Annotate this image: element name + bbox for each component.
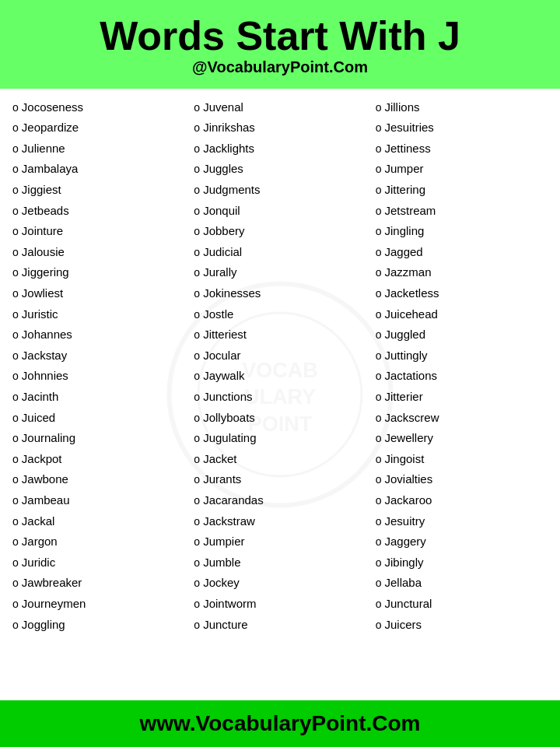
- list-item: oJaywalk: [194, 366, 366, 387]
- word-text: Jointure: [22, 223, 63, 239]
- list-item: oJuiced: [12, 407, 184, 428]
- list-item: oJuicers: [376, 614, 548, 635]
- list-item: oJackscrew: [376, 407, 548, 428]
- list-item: oJewellery: [376, 428, 548, 449]
- list-item: oJudicial: [194, 241, 366, 262]
- list-item: oJurants: [194, 469, 366, 490]
- bullet-icon: o: [376, 411, 382, 426]
- bullet-icon: o: [194, 307, 200, 323]
- word-text: Johannes: [22, 326, 72, 342]
- list-item: oJudgments: [194, 180, 366, 201]
- word-text: Jacinth: [22, 388, 59, 405]
- word-text: Junctions: [203, 388, 252, 405]
- list-item: oJactations: [376, 366, 548, 387]
- word-text: Jumpier: [203, 533, 244, 549]
- list-item: oJocoseness: [12, 96, 184, 117]
- bullet-icon: o: [194, 349, 200, 364]
- bullet-icon: o: [12, 349, 19, 364]
- bullet-icon: o: [12, 535, 19, 550]
- bullet-icon: o: [12, 597, 19, 612]
- word-text: Jackpot: [22, 451, 62, 467]
- bullet-icon: o: [194, 142, 200, 157]
- list-item: oJonquil: [194, 200, 366, 221]
- word-text: Jeopardize: [22, 119, 79, 135]
- list-item: oJagged: [376, 241, 548, 262]
- list-item: oJowliest: [12, 283, 184, 304]
- word-text: Jackaroo: [384, 492, 432, 508]
- word-text: Jacklights: [203, 140, 254, 156]
- list-item: oJumper: [376, 159, 548, 180]
- list-item: oJinrikshas: [194, 117, 366, 139]
- list-item: oJostle: [194, 303, 366, 324]
- list-item: oJumble: [194, 552, 366, 573]
- word-text: Jillions: [384, 99, 419, 115]
- list-item: oJesuitries: [376, 117, 548, 139]
- word-text: Judicial: [203, 244, 242, 260]
- footer-text: www.VocabularyPoint.Com: [16, 711, 544, 736]
- list-item: oJeopardize: [12, 117, 184, 139]
- word-text: Joggling: [22, 616, 65, 633]
- bullet-icon: o: [376, 265, 382, 281]
- word-text: Journaling: [22, 430, 75, 446]
- list-item: oJulienne: [12, 138, 184, 159]
- bullet-icon: o: [12, 514, 19, 530]
- list-item: oJalousie: [12, 241, 184, 262]
- list-item: oJibingly: [376, 552, 548, 573]
- bullet-icon: o: [12, 121, 19, 136]
- bullet-icon: o: [376, 514, 382, 530]
- word-text: Jettiness: [384, 140, 430, 156]
- word-text: Jackstay: [22, 347, 67, 363]
- bullet-icon: o: [12, 100, 19, 116]
- bullet-icon: o: [376, 245, 382, 261]
- list-item: oJackstay: [12, 345, 184, 366]
- list-item: oJacarandas: [194, 489, 366, 510]
- list-item: oJettiness: [376, 138, 548, 159]
- word-text: Jocoseness: [22, 99, 83, 115]
- list-item: oJournaling: [12, 428, 184, 449]
- list-item: oJuncture: [194, 614, 366, 635]
- list-item: oJumpier: [194, 531, 366, 552]
- bullet-icon: o: [12, 452, 19, 468]
- list-item: oJovialties: [376, 469, 548, 490]
- word-text: Jackstraw: [203, 513, 255, 529]
- bullet-icon: o: [194, 493, 200, 509]
- word-text: Juggled: [384, 326, 425, 342]
- column-1: oJocosenessoJeopardizeoJulienneoJambalay…: [8, 96, 189, 634]
- list-item: oJointworm: [194, 593, 366, 614]
- bullet-icon: o: [376, 162, 382, 177]
- bullet-icon: o: [376, 328, 382, 343]
- list-item: oJocular: [194, 345, 366, 366]
- word-text: Jockey: [203, 574, 240, 591]
- bullet-icon: o: [194, 183, 200, 198]
- bullet-icon: o: [12, 411, 19, 426]
- bullet-icon: o: [12, 556, 19, 571]
- word-text: Jittering: [384, 181, 425, 198]
- bullet-icon: o: [194, 472, 200, 488]
- bullet-icon: o: [12, 224, 19, 240]
- list-item: oJesuitry: [376, 510, 548, 531]
- word-text: Jiggering: [22, 264, 69, 280]
- word-text: Jargon: [22, 533, 58, 549]
- word-text: Jingling: [384, 223, 424, 239]
- word-columns: oJocosenessoJeopardizeoJulienneoJambalay…: [8, 96, 552, 634]
- bullet-icon: o: [376, 224, 382, 240]
- word-text: Jetbeads: [22, 202, 69, 219]
- bullet-icon: o: [376, 369, 382, 384]
- word-text: Jazzman: [384, 264, 431, 280]
- list-item: oJazzman: [376, 262, 548, 283]
- list-item: oJetstream: [376, 200, 548, 221]
- list-item: oJollyboats: [194, 407, 366, 428]
- word-text: Julienne: [22, 140, 65, 156]
- bullet-icon: o: [12, 328, 19, 343]
- word-text: Jurally: [203, 264, 236, 280]
- bullet-icon: o: [194, 162, 200, 177]
- word-text: Juvenal: [203, 99, 243, 115]
- bullet-icon: o: [376, 493, 382, 509]
- list-item: oJunctural: [376, 593, 548, 614]
- word-text: Johnnies: [22, 367, 68, 384]
- bullet-icon: o: [376, 535, 382, 550]
- bullet-icon: o: [12, 265, 19, 281]
- list-item: oJackaroo: [376, 489, 548, 510]
- list-item: oJointure: [12, 221, 184, 242]
- bullet-icon: o: [376, 556, 382, 571]
